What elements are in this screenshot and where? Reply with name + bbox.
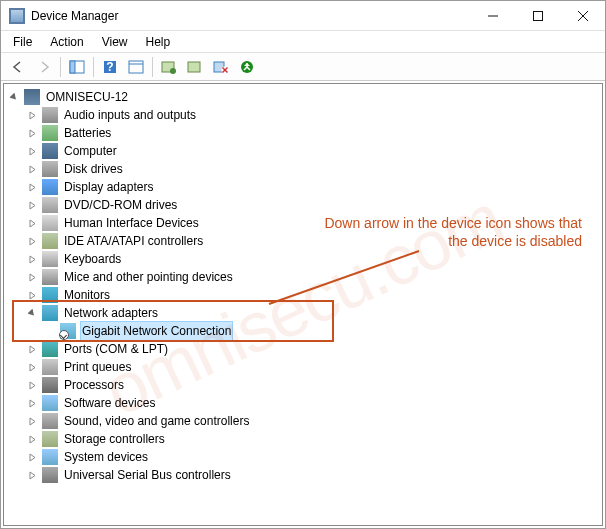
tree-row[interactable]: Monitors	[4, 286, 602, 304]
expander-closed-icon[interactable]	[24, 449, 40, 465]
enable-button[interactable]	[157, 56, 181, 78]
menu-file[interactable]: File	[5, 33, 40, 51]
monitor-icon	[42, 287, 58, 303]
item-label: Human Interface Devices	[62, 214, 201, 232]
item-label: Computer	[62, 142, 119, 160]
window-title: Device Manager	[31, 9, 470, 23]
tree-row[interactable]: Sound, video and game controllers	[4, 412, 602, 430]
toolbar: ?	[1, 53, 605, 81]
titlebar: Device Manager	[1, 1, 605, 31]
item-label: Keyboards	[62, 250, 123, 268]
tree-row[interactable]: Mice and other pointing devices	[4, 268, 602, 286]
show-hide-tree-button[interactable]	[65, 56, 89, 78]
update-driver-button[interactable]	[183, 56, 207, 78]
expander-closed-icon[interactable]	[24, 431, 40, 447]
tree-row[interactable]: Disk drives	[4, 160, 602, 178]
ide-icon	[42, 233, 58, 249]
expander-open-icon[interactable]	[24, 305, 40, 321]
tree-row[interactable]: Audio inputs and outputs	[4, 106, 602, 124]
tree-row[interactable]: Ports (COM & LPT)	[4, 340, 602, 358]
tree-row[interactable]: Keyboards	[4, 250, 602, 268]
svg-text:?: ?	[106, 60, 113, 74]
expander-closed-icon[interactable]	[24, 233, 40, 249]
sound-video-icon	[42, 413, 58, 429]
minimize-button[interactable]	[470, 1, 515, 31]
display-icon	[42, 179, 58, 195]
expander-closed-icon[interactable]	[24, 161, 40, 177]
device-tree: OMNISECU-12 Audio inputs and outputs Bat…	[4, 88, 602, 484]
svg-rect-8	[129, 61, 143, 73]
close-button[interactable]	[560, 1, 605, 31]
svg-rect-5	[70, 61, 75, 73]
tree-row[interactable]: Print queues	[4, 358, 602, 376]
item-label: Network adapters	[62, 304, 160, 322]
dvd-icon	[42, 197, 58, 213]
uninstall-button[interactable]	[209, 56, 233, 78]
content-wrap: omnisecu.com OMNISECU-12 Audio inputs an…	[1, 81, 605, 528]
expander-closed-icon[interactable]	[24, 467, 40, 483]
expander-open-icon[interactable]	[6, 89, 22, 105]
expander-closed-icon[interactable]	[24, 395, 40, 411]
item-label: Sound, video and game controllers	[62, 412, 251, 430]
scan-hardware-button[interactable]	[235, 56, 259, 78]
item-label: Display adapters	[62, 178, 155, 196]
tree-row-network[interactable]: Network adapters	[4, 304, 602, 322]
item-label: Audio inputs and outputs	[62, 106, 198, 124]
expander-closed-icon[interactable]	[24, 359, 40, 375]
tree-row[interactable]: Human Interface Devices	[4, 214, 602, 232]
expander-closed-icon[interactable]	[24, 197, 40, 213]
software-icon	[42, 395, 58, 411]
computer-icon	[24, 89, 40, 105]
tree-row[interactable]: System devices	[4, 448, 602, 466]
device-manager-window: Device Manager File Action View Help ? o…	[0, 0, 606, 529]
maximize-button[interactable]	[515, 1, 560, 31]
tree-row[interactable]: DVD/CD-ROM drives	[4, 196, 602, 214]
tree-row[interactable]: Storage controllers	[4, 430, 602, 448]
menu-action[interactable]: Action	[42, 33, 91, 51]
network-disabled-icon	[60, 323, 76, 339]
processor-icon	[42, 377, 58, 393]
item-label: Ports (COM & LPT)	[62, 340, 170, 358]
item-label: System devices	[62, 448, 150, 466]
tree-row[interactable]: Universal Serial Bus controllers	[4, 466, 602, 484]
back-button[interactable]	[6, 56, 30, 78]
root-label: OMNISECU-12	[44, 88, 130, 106]
expander-closed-icon[interactable]	[24, 269, 40, 285]
properties-button[interactable]	[124, 56, 148, 78]
forward-button[interactable]	[32, 56, 56, 78]
tree-row[interactable]: IDE ATA/ATAPI controllers	[4, 232, 602, 250]
expander-closed-icon[interactable]	[24, 341, 40, 357]
item-label: Software devices	[62, 394, 157, 412]
item-label: Storage controllers	[62, 430, 167, 448]
item-label: Mice and other pointing devices	[62, 268, 235, 286]
tree-row[interactable]: Display adapters	[4, 178, 602, 196]
app-icon	[9, 8, 25, 24]
tree-row-network-child[interactable]: Gigabit Network Connection	[4, 322, 602, 340]
tree-row[interactable]: Batteries	[4, 124, 602, 142]
expander-closed-icon[interactable]	[24, 377, 40, 393]
help-button[interactable]: ?	[98, 56, 122, 78]
expander-closed-icon[interactable]	[24, 143, 40, 159]
tree-row[interactable]: Processors	[4, 376, 602, 394]
expander-none	[42, 323, 58, 339]
menubar: File Action View Help	[1, 31, 605, 53]
expander-closed-icon[interactable]	[24, 251, 40, 267]
svg-point-11	[170, 68, 176, 74]
device-tree-panel[interactable]: omnisecu.com OMNISECU-12 Audio inputs an…	[3, 83, 603, 526]
tree-row[interactable]: Computer	[4, 142, 602, 160]
item-label: Universal Serial Bus controllers	[62, 466, 233, 484]
expander-closed-icon[interactable]	[24, 107, 40, 123]
tree-root-row[interactable]: OMNISECU-12	[4, 88, 602, 106]
expander-closed-icon[interactable]	[24, 125, 40, 141]
tree-row[interactable]: Software devices	[4, 394, 602, 412]
expander-closed-icon[interactable]	[24, 287, 40, 303]
menu-help[interactable]: Help	[138, 33, 179, 51]
menu-view[interactable]: View	[94, 33, 136, 51]
item-label: Print queues	[62, 358, 133, 376]
expander-closed-icon[interactable]	[24, 179, 40, 195]
port-icon	[42, 341, 58, 357]
expander-closed-icon[interactable]	[24, 413, 40, 429]
expander-closed-icon[interactable]	[24, 215, 40, 231]
svg-rect-1	[533, 12, 542, 21]
audio-icon	[42, 107, 58, 123]
